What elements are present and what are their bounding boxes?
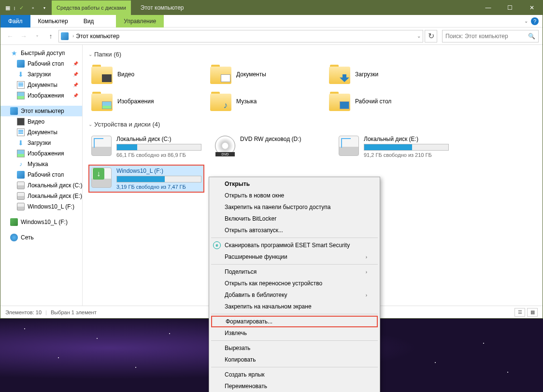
sidebar-downloads[interactable]: ⬇Загрузки📌 [0,69,82,80]
ctx-pin-start[interactable]: Закрепить на начальном экране [210,301,379,312]
usb-drive-icon [91,168,112,188]
folder-icon [328,65,351,84]
nav-up-button[interactable]: ↑ [45,30,57,42]
sidebar-windows10-f-usb[interactable]: Windows10_L (F:) [0,217,82,227]
group-folders[interactable]: ⌄Папки (6) [88,51,537,58]
help-icon[interactable]: ? [531,17,539,25]
search-icon[interactable]: 🔍 [528,33,535,40]
titlebar[interactable]: ▦ | ✓ ▫ ▾ Средства работы с дисками Этот… [0,0,543,15]
qat-new-icon[interactable]: ▫ [28,2,38,13]
qat-dropdown-icon[interactable]: ▾ [39,2,50,13]
storage-bar [364,144,449,151]
search-box[interactable]: 🔍 [442,30,539,42]
ctx-eset-scan[interactable]: eСканировать программой ESET Smart Secur… [210,239,379,251]
ctx-portable-device[interactable]: Открыть как переносное устройство [210,278,379,289]
pictures-icon [17,92,25,99]
drive-dvd[interactable]: DVD RW дисковод (D:) [212,133,328,161]
sidebar-quick-access[interactable]: ★Быстрый доступ [0,48,82,58]
ctx-rename[interactable]: Переименовать [210,380,379,392]
ctx-eject[interactable]: Извлечь [210,327,379,339]
view-large-button[interactable]: ▦ [527,308,538,317]
folder-icon: ♪ [209,92,232,111]
folder-documents[interactable]: Документы [207,63,318,86]
sidebar-music[interactable]: ♪Музыка [0,159,82,169]
maximize-button[interactable]: ☐ [499,0,521,15]
ctx-bitlocker[interactable]: Включить BitLocker [210,213,379,224]
ctx-open-new-window[interactable]: Открыть в новом окне [210,190,379,201]
sidebar-pictures[interactable]: Изображения📌 [0,90,82,101]
sidebar-desktop[interactable]: Рабочий стол📌 [0,58,82,69]
usb-icon [10,218,18,226]
sidebar-pictures-pc[interactable]: Изображения [0,148,82,159]
nav-forward-button[interactable]: → [18,30,29,42]
ctx-add-library[interactable]: Добавить в библиотеку› [210,289,379,301]
drive-icon [17,203,25,210]
folder-videos[interactable]: Видео [88,63,200,86]
eset-icon: e [213,241,221,249]
pin-icon: 📌 [73,61,78,66]
sidebar-local-e[interactable]: Локальный диск (E:) [0,191,82,201]
chevron-down-icon: ⌄ [88,122,92,127]
folder-pictures[interactable]: Изображения [88,90,200,113]
ctx-copy[interactable]: Копировать [210,354,379,365]
nav-history-dropdown[interactable]: ▾ [31,30,43,42]
chevron-down-icon: ⌄ [88,52,92,57]
sidebar-local-c[interactable]: Локальный диск (C:) [0,180,82,191]
folder-music[interactable]: ♪Музыка [207,90,318,113]
ctx-advanced[interactable]: Расширенные функции› [210,251,379,263]
context-menu: Открыть Открыть в новом окне Закрепить н… [209,177,380,392]
qat-check-icon[interactable]: ✓ [16,2,27,13]
chevron-right-icon[interactable]: › [72,33,74,39]
pin-icon: 📌 [73,93,78,98]
addressbar-pc-icon [61,32,69,40]
ribbon-tab-manage[interactable]: Управление [116,15,164,28]
ctx-open[interactable]: Открыть [210,178,379,190]
network-icon [10,234,18,241]
ribbon: Файл Компьютер Вид Управление ⌄ ? [0,15,543,28]
ribbon-expand-icon[interactable]: ⌄ [524,18,528,24]
ribbon-tab-computer[interactable]: Компьютер [30,15,76,28]
sidebar-desktop-pc[interactable]: Рабочий стол [0,169,82,180]
chevron-right-icon: › [366,269,367,275]
pc-icon [10,107,18,115]
desktop-icon [17,171,25,179]
sidebar-downloads-pc[interactable]: ⬇Загрузки [0,138,82,148]
drive-local-c[interactable]: Локальный диск (C:) 66,1 ГБ свободно из … [88,133,204,161]
sidebar-network[interactable]: Сеть [0,232,82,243]
drive-windows10-f[interactable]: Windows10_L (F:) 3,19 ГБ свободно из 7,4… [88,165,204,193]
addressbar[interactable]: › Этот компьютер ⌄ [58,30,423,42]
pin-icon: 📌 [73,83,78,87]
ribbon-tab-view[interactable]: Вид [76,15,102,28]
ctx-create-shortcut[interactable]: Создать ярлык [210,369,379,380]
folder-icon [90,65,114,84]
view-details-button[interactable]: ☰ [514,308,525,317]
drive-local-e[interactable]: Локальный диск (E:) 91,2 ГБ свободно из … [336,133,452,161]
ribbon-tab-file[interactable]: Файл [0,15,30,28]
refresh-button[interactable]: ↻ [425,30,437,42]
ctx-format[interactable]: Форматировать... [211,316,378,327]
qat-properties-icon[interactable]: ▦ [2,2,13,13]
nav-back-button[interactable]: ← [4,30,16,42]
ribbon-context-title: Средства работы с дисками [52,0,131,15]
drive-icon [17,192,25,200]
ctx-cut[interactable]: Вырезать [210,342,379,354]
search-input[interactable] [445,33,528,40]
ctx-pin-quick-access[interactable]: Закрепить на панели быстрого доступа [210,201,379,213]
close-button[interactable]: ✕ [521,0,543,15]
drive-icon [91,136,112,156]
sidebar-documents-pc[interactable]: Документы [0,127,82,138]
addressbar-location[interactable]: Этот компьютер [76,33,119,40]
group-devices[interactable]: ⌄Устройства и диски (4) [88,121,537,128]
folder-desktop[interactable]: Рабочий стол [326,90,437,113]
sidebar-windows10-f[interactable]: Windows10_L (F:) [0,201,82,212]
addressbar-dropdown-icon[interactable]: ⌄ [417,33,421,39]
star-icon: ★ [10,49,18,57]
ctx-autoplay[interactable]: Открыть автозапуск... [210,224,379,236]
minimize-button[interactable]: — [477,0,499,15]
ctx-share[interactable]: Поделиться› [210,266,379,278]
sidebar-documents[interactable]: Документы📌 [0,80,82,90]
folder-icon [90,92,114,111]
sidebar-videos[interactable]: Видео [0,116,82,127]
folder-downloads[interactable]: Загрузки [326,63,437,86]
sidebar-this-pc[interactable]: Этот компьютер [0,106,82,116]
